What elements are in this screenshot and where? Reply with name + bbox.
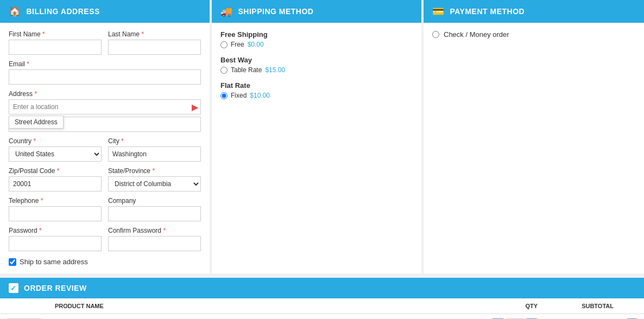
- address-row: Address * ▶ Street Address: [9, 90, 201, 132]
- home-icon: 🏠: [9, 5, 21, 17]
- zip-input[interactable]: [9, 176, 102, 192]
- shipping-option-fixed-price: $10.00: [250, 92, 270, 99]
- email-label: Email *: [9, 60, 201, 68]
- last-name-label: Last Name *: [108, 30, 201, 38]
- payment-header-title: PAYMENT METHOD: [450, 7, 525, 16]
- payment-option-check-label: Check / Money order: [444, 30, 509, 39]
- address-tooltip: Street Address: [9, 116, 64, 129]
- product-image-cell: [0, 314, 48, 320]
- country-select[interactable]: United States: [9, 146, 102, 162]
- country-group: Country * United States: [9, 137, 102, 162]
- billing-header: 🏠 BILLING ADDRESS: [0, 0, 210, 23]
- shipping-radio-tablerate[interactable]: [220, 67, 228, 74]
- shipping-option-free: Free $0.00: [220, 41, 413, 48]
- shipping-radio-fixed[interactable]: [220, 92, 228, 99]
- telephone-input[interactable]: [9, 206, 102, 221]
- country-label: Country *: [9, 137, 102, 145]
- payment-header: 💳 PAYMENT METHOD: [424, 0, 644, 23]
- order-review-panel: ORDER REVIEW PRODUCT NAME QTY SUBTOTAL: [0, 273, 644, 319]
- password-row: Password * Confirm Password *: [9, 227, 201, 251]
- shipping-option-tablerate: Table Rate $15.00: [220, 66, 413, 74]
- payment-form: Check / Money order: [424, 23, 644, 46]
- ship-same-checkbox[interactable]: [9, 258, 16, 266]
- col-qty: QTY: [479, 298, 544, 314]
- shipping-option-tablerate-label: Table Rate: [231, 66, 262, 74]
- address-group: Address * ▶ Street Address: [9, 90, 201, 132]
- col-remove: [620, 298, 644, 314]
- shipping-radio-free[interactable]: [220, 41, 228, 48]
- confirm-password-label: Confirm Password *: [108, 227, 201, 234]
- address-location-input[interactable]: [9, 99, 201, 114]
- product-details-cell: Breathe-Easy Tank Color Purple Size: [48, 314, 479, 320]
- city-label: City *: [108, 137, 201, 145]
- company-group: Company: [108, 197, 201, 221]
- table-row: Breathe-Easy Tank Color Purple Size: [0, 314, 644, 320]
- last-name-group: Last Name *: [108, 30, 201, 55]
- payment-option-check: Check / Money order: [432, 30, 635, 39]
- city-group: City *: [108, 137, 201, 162]
- telephone-group: Telephone *: [9, 197, 102, 221]
- top-row: 🏠 BILLING ADDRESS First Name * Last Name…: [0, 0, 644, 273]
- password-group: Password *: [9, 227, 102, 251]
- product-subtotal-cell: $34.00: [544, 314, 620, 320]
- shipping-option-free-price: $0.00: [248, 41, 264, 48]
- last-name-input[interactable]: [108, 40, 201, 55]
- shipping-form: Free Shipping Free $0.00 Best Way Table …: [212, 23, 421, 114]
- address-input-wrapper: ▶ Street Address: [9, 99, 201, 114]
- shipping-option-free-label: Free: [231, 41, 244, 48]
- billing-header-title: BILLING ADDRESS: [27, 7, 100, 16]
- shipping-option-tablerate-price: $15.00: [265, 66, 285, 74]
- col-product-name: PRODUCT NAME: [48, 298, 479, 314]
- order-review-header: ORDER REVIEW: [0, 278, 644, 298]
- email-input[interactable]: [9, 69, 201, 85]
- confirm-password-group: Confirm Password *: [108, 227, 201, 251]
- tel-company-row: Telephone * Company: [9, 197, 201, 221]
- ship-same-row: Ship to same address: [9, 258, 201, 266]
- password-input[interactable]: [9, 236, 102, 251]
- zip-group: Zip/Postal Code *: [9, 167, 102, 192]
- billing-form: First Name * Last Name *: [0, 23, 210, 273]
- telephone-label: Telephone *: [9, 197, 102, 205]
- first-name-label: First Name *: [9, 30, 102, 38]
- first-name-group: First Name *: [9, 30, 102, 55]
- email-group: Email *: [9, 60, 201, 85]
- shipping-method-panel: 🚚 SHIPPING METHOD Free Shipping Free $0.…: [212, 0, 424, 273]
- shipping-group-bestway: Best Way Table Rate $15.00: [220, 56, 413, 74]
- page-layout: 🏠 BILLING ADDRESS First Name * Last Name…: [0, 0, 644, 319]
- state-group: State/Province * District of Columbia: [108, 167, 201, 192]
- col-image: [0, 298, 48, 314]
- email-row: Email *: [9, 60, 201, 85]
- location-icon-button[interactable]: ▶: [192, 102, 198, 112]
- state-select[interactable]: District of Columbia: [108, 176, 201, 192]
- name-row: First Name * Last Name *: [9, 30, 201, 55]
- order-table-head: PRODUCT NAME QTY SUBTOTAL: [0, 298, 644, 314]
- shipping-option-fixed: Fixed $10.00: [220, 92, 413, 99]
- product-remove-cell: ✕: [620, 314, 644, 320]
- shipping-group-free: Free Shipping Free $0.00: [220, 30, 413, 48]
- truck-icon: 🚚: [220, 5, 233, 17]
- zip-state-row: Zip/Postal Code * State/Province * Distr…: [9, 167, 201, 192]
- credit-card-icon: 💳: [432, 5, 445, 17]
- ship-same-label: Ship to same address: [20, 258, 88, 266]
- col-subtotal: SUBTOTAL: [544, 298, 620, 314]
- confirm-password-input[interactable]: [108, 236, 201, 251]
- password-label: Password *: [9, 227, 102, 234]
- zip-label: Zip/Postal Code *: [9, 167, 102, 175]
- order-review-body: PRODUCT NAME QTY SUBTOTAL: [0, 298, 644, 319]
- address-label: Address *: [9, 90, 201, 98]
- country-city-row: Country * United States City *: [9, 137, 201, 162]
- order-table: PRODUCT NAME QTY SUBTOTAL: [0, 298, 644, 319]
- first-name-input[interactable]: [9, 40, 102, 55]
- company-input[interactable]: [108, 206, 201, 221]
- shipping-group-free-title: Free Shipping: [220, 30, 413, 39]
- city-input[interactable]: [108, 146, 201, 162]
- shipping-header-title: SHIPPING METHOD: [238, 7, 314, 16]
- payment-method-panel: 💳 PAYMENT METHOD Check / Money order: [424, 0, 644, 273]
- payment-radio-check[interactable]: [432, 31, 439, 38]
- checkmark-icon: [9, 283, 18, 293]
- shipping-group-flatrate: Flat Rate Fixed $10.00: [220, 81, 413, 99]
- company-label: Company: [108, 197, 201, 205]
- shipping-group-bestway-title: Best Way: [220, 56, 413, 64]
- state-label: State/Province *: [108, 167, 201, 175]
- order-table-body: Breathe-Easy Tank Color Purple Size: [0, 314, 644, 320]
